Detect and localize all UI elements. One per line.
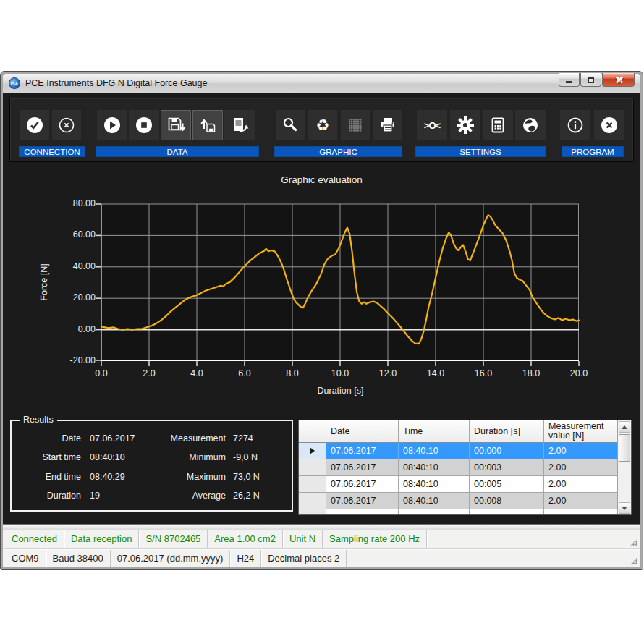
save-download-icon xyxy=(166,115,186,135)
printer-icon xyxy=(378,116,397,135)
print-button[interactable] xyxy=(373,110,402,140)
maximize-icon xyxy=(588,77,594,83)
close-button[interactable] xyxy=(602,73,635,87)
main-content: ♻ >O< CONNECTION DATA GRAPHIC SETTINGS xyxy=(3,93,640,567)
result-label: Start time xyxy=(12,452,81,462)
ytick-label: 60.00 xyxy=(55,229,96,240)
titlebar[interactable]: PCE PCE Instruments DFG N Digital Force … xyxy=(3,74,640,93)
arrow-up-icon xyxy=(622,425,627,429)
xtick-label: 6.0 xyxy=(229,368,260,378)
info-circle-icon xyxy=(566,116,585,135)
export-report-button[interactable] xyxy=(224,110,255,140)
disconnect-button[interactable] xyxy=(52,110,81,140)
maximize-button[interactable] xyxy=(580,73,601,87)
table-row[interactable]: 07.06.201708:40:1000:0032.00 xyxy=(299,459,631,476)
table-cell[interactable]: 2.00 xyxy=(544,493,617,509)
scroll-up-button[interactable] xyxy=(619,421,630,433)
status-segment: Area 1.00 cm2 xyxy=(208,530,283,548)
load-data-button[interactable] xyxy=(192,110,223,140)
grid-toggle-button[interactable] xyxy=(341,110,370,140)
evaluation-chart xyxy=(101,204,580,361)
table-cell[interactable]: 00:000 xyxy=(470,443,544,459)
table-row[interactable]: 07.06.201708:40:1000:0052.00 xyxy=(299,476,631,493)
stop-measurement-button[interactable] xyxy=(129,110,159,140)
table-cell[interactable]: 2.00 xyxy=(544,509,617,515)
xtick-label: 20.0 xyxy=(563,368,595,378)
toolbar-group-label-data: DATA xyxy=(96,146,259,157)
table-cell[interactable]: 00:003 xyxy=(470,459,544,476)
table-cell[interactable]: 08:40:10 xyxy=(399,443,470,459)
ytick-label: -20.00 xyxy=(55,355,96,365)
language-button[interactable] xyxy=(515,110,546,140)
minimize-button[interactable] xyxy=(559,73,580,87)
header-measurement-value[interactable]: Measurement value [N] xyxy=(544,420,617,443)
resize-grip-icon[interactable] xyxy=(630,538,638,546)
status-segment: H24 xyxy=(230,550,261,567)
header-duration[interactable]: Duration [s] xyxy=(470,420,544,443)
table-cell[interactable]: 2.00 xyxy=(544,459,617,476)
table-scrollbar[interactable] xyxy=(617,420,631,514)
table-cell[interactable]: 07.06.2017 xyxy=(326,509,399,515)
calculator-button[interactable] xyxy=(483,110,513,140)
result-label: Measurement xyxy=(119,433,226,444)
scroll-down-button[interactable] xyxy=(619,502,630,514)
app-logo-icon: PCE xyxy=(9,77,20,89)
start-measurement-button[interactable] xyxy=(97,110,127,140)
arrow-down-icon xyxy=(622,507,627,510)
info-button[interactable] xyxy=(560,110,590,140)
result-value: -9,0 N xyxy=(233,452,258,462)
table-cell[interactable]: 07.06.2017 xyxy=(326,443,399,459)
zoom-button[interactable] xyxy=(276,110,305,140)
table-cell[interactable]: 2.00 xyxy=(544,443,617,459)
connect-button[interactable] xyxy=(20,110,49,140)
resize-grip-icon[interactable] xyxy=(630,556,638,565)
toolbar-group-label-graphic: GRAPHIC xyxy=(274,146,402,157)
table-row[interactable]: 07.06.201708:40:1000:0082.00 xyxy=(299,493,631,509)
measurement-table: Date Time Duration [s] Measurement value… xyxy=(298,420,632,515)
current-row-arrow-icon xyxy=(310,447,315,454)
table-cell[interactable]: 07.06.2017 xyxy=(326,493,399,509)
tare-button[interactable]: >O< xyxy=(417,110,447,140)
status-segment: Data reception xyxy=(64,530,140,548)
table-cell[interactable]: 08:40:10 xyxy=(399,459,470,476)
status-segment: Decimal places 2 xyxy=(261,550,347,567)
scroll-thumb[interactable] xyxy=(619,434,630,462)
table-row[interactable]: 07.06.201708:40:1000:0112.00 xyxy=(299,509,631,515)
row-selector[interactable] xyxy=(299,493,326,509)
save-data-button[interactable] xyxy=(161,110,191,140)
header-selector[interactable] xyxy=(299,420,326,443)
minimize-icon xyxy=(566,81,572,83)
grid-rows: 07.06.201708:40:1000:0002.0007.06.201708… xyxy=(299,443,631,515)
table-cell[interactable]: 07.06.2017 xyxy=(326,459,399,476)
tare-zero-icon: >O< xyxy=(424,120,440,131)
table-cell[interactable]: 00:008 xyxy=(470,493,544,509)
table-cell[interactable]: 00:011 xyxy=(470,509,544,515)
settings-button[interactable] xyxy=(450,110,480,140)
table-cell[interactable]: 08:40:10 xyxy=(399,509,470,515)
chart-title: Graphic evaluation xyxy=(3,174,640,185)
table-cell[interactable]: 08:40:10 xyxy=(399,476,470,493)
table-cell[interactable]: 07.06.2017 xyxy=(326,476,399,493)
result-value: 26,2 N xyxy=(233,491,260,501)
toolbar: ♻ >O< CONNECTION DATA GRAPHIC SETTINGS xyxy=(9,98,634,162)
exit-program-button[interactable] xyxy=(594,110,624,140)
header-date[interactable]: Date xyxy=(326,420,399,443)
result-label: Maximum xyxy=(119,472,226,482)
table-row[interactable]: 07.06.201708:40:1000:0002.00 xyxy=(299,443,631,459)
table-cell[interactable]: 2.00 xyxy=(544,476,617,493)
row-selector[interactable] xyxy=(299,443,326,459)
table-cell[interactable]: 08:40:10 xyxy=(399,493,470,509)
row-selector[interactable] xyxy=(299,476,326,493)
row-selector[interactable] xyxy=(299,509,326,515)
xtick-label: 18.0 xyxy=(515,368,547,378)
xtick-label: 10.0 xyxy=(324,368,356,378)
status-segment: 07.06.2017 (dd.mm.yyyy) xyxy=(111,550,231,567)
xtick-label: 8.0 xyxy=(276,368,308,378)
table-cell[interactable]: 00:005 xyxy=(470,476,544,493)
reset-graphic-button[interactable]: ♻ xyxy=(308,110,337,140)
result-value: 19 xyxy=(90,491,100,501)
header-time[interactable]: Time xyxy=(399,420,470,443)
row-selector[interactable] xyxy=(299,459,326,476)
gear-icon xyxy=(456,116,475,135)
stop-circle-icon xyxy=(135,116,153,135)
